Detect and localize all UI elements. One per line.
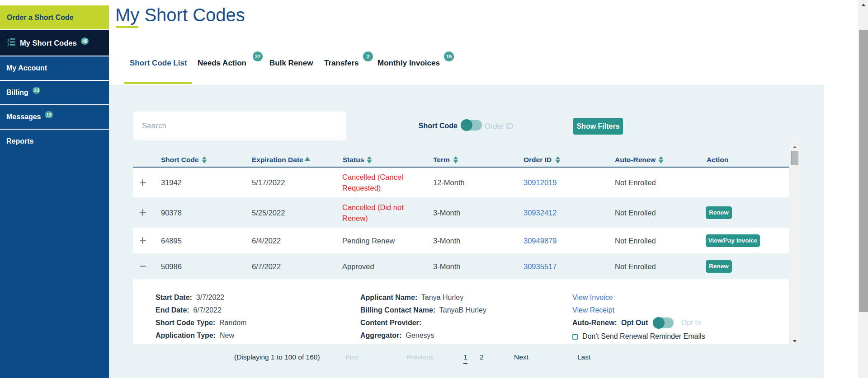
svg-text:2: 2 [7,42,9,47]
svg-text:1: 1 [7,38,9,42]
